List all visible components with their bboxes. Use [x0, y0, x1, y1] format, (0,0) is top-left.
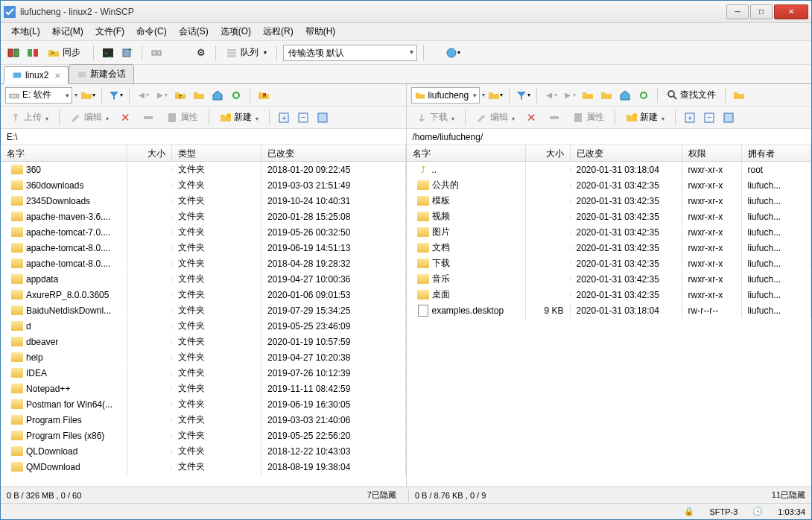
edit-button[interactable]: 编辑 — [472, 110, 519, 125]
minimize-button[interactable]: ─ — [726, 4, 749, 19]
bookmark-icon[interactable] — [731, 87, 747, 104]
list-item[interactable]: IDEA文件夹2019-07-26 10:12:39 — [1, 365, 406, 381]
back-icon[interactable]: ◄▾ — [135, 87, 151, 104]
list-item[interactable]: Program Files文件夹2019-03-03 21:40:06 — [1, 412, 406, 428]
select-all-icon[interactable]: + — [276, 110, 292, 126]
list-item[interactable]: BaiduNetdiskDownl...文件夹2019-07-29 15:34:… — [1, 302, 406, 318]
props-button[interactable]: 属性 — [162, 110, 203, 125]
deselect-all-icon[interactable]: − — [295, 110, 311, 126]
open-folder-icon[interactable]: ▾ — [80, 87, 96, 104]
root-dir-icon[interactable] — [598, 87, 615, 104]
transfer-preset-select[interactable]: 传输选项 默认 — [283, 45, 417, 61]
new-button[interactable]: 新建 — [215, 110, 263, 125]
col-owner[interactable]: 拥有者 — [742, 145, 812, 161]
col-changed[interactable]: 已改变 — [571, 145, 682, 161]
col-changed[interactable]: 已改变 — [261, 145, 406, 161]
menu-help[interactable]: 帮助(H) — [301, 24, 340, 39]
menu-files[interactable]: 文件(F) — [91, 24, 129, 39]
select-all-icon[interactable]: + — [682, 110, 698, 126]
list-item[interactable]: help文件夹2019-04-27 10:20:38 — [1, 349, 406, 365]
menu-commands[interactable]: 命令(C) — [132, 24, 171, 39]
menu-session[interactable]: 会话(S) — [174, 24, 213, 39]
local-drive-select[interactable]: E: 软件 — [5, 87, 72, 104]
list-item[interactable]: 360文件夹2018-01-20 09:22:45 — [1, 162, 406, 177]
home-icon[interactable] — [209, 87, 226, 104]
list-item[interactable]: d文件夹2019-05-25 23:46:09 — [1, 318, 406, 334]
list-item[interactable]: 模板2020-01-31 03:42:35rwxr-xr-xliufuch... — [407, 193, 812, 209]
props-button[interactable]: 属性 — [568, 110, 609, 125]
forward-icon[interactable]: ►▾ — [153, 87, 170, 104]
list-item[interactable]: Postman for Win64(...文件夹2019-06-19 16:30… — [1, 396, 406, 412]
refresh-icon[interactable] — [635, 87, 652, 104]
transfer-settings-icon[interactable] — [148, 45, 165, 61]
list-item[interactable]: QMDownload文件夹2018-08-19 19:38:04 — [1, 459, 406, 475]
rename-icon[interactable] — [544, 110, 565, 125]
menu-options[interactable]: 选项(O) — [216, 24, 256, 39]
list-item[interactable]: 桌面2020-01-31 03:42:35rwxr-xr-xliufuch... — [407, 287, 812, 302]
invert-sel-icon[interactable] — [314, 110, 331, 126]
tab-new-session[interactable]: 新建会话 — [69, 64, 134, 84]
list-item[interactable]: dbeaver文件夹2020-01-19 10:57:59 — [1, 334, 406, 349]
list-item[interactable]: examples.desktop9 KB2020-01-31 03:18:04r… — [407, 302, 812, 318]
parent-dir-icon[interactable] — [172, 87, 188, 104]
col-perm[interactable]: 权限 — [682, 145, 742, 161]
col-type[interactable]: 类型 — [172, 145, 261, 161]
list-item[interactable]: apache-tomcat-8.0....文件夹2019-06-19 14:51… — [1, 240, 406, 256]
list-item[interactable]: 文档2020-01-31 03:42:35rwxr-xr-xliufuch... — [407, 240, 812, 256]
list-item[interactable]: Program Files (x86)文件夹2019-05-25 22:56:2… — [1, 428, 406, 443]
add-session-icon[interactable]: + — [119, 45, 136, 61]
compare-dirs-icon[interactable] — [25, 45, 41, 61]
list-item[interactable]: 视频2020-01-31 03:42:35rwxr-xr-xliufuch... — [407, 209, 812, 224]
bookmark-icon[interactable] — [256, 87, 272, 104]
list-item[interactable]: 360downloads文件夹2019-03-03 21:51:49 — [1, 177, 406, 193]
close-button[interactable]: ✕ — [774, 4, 808, 19]
list-item[interactable]: QLDownload文件夹2018-12-22 10:43:03 — [1, 443, 406, 459]
parent-dir-icon[interactable] — [580, 87, 596, 104]
queue-icon[interactable]: 队列▾ — [222, 45, 270, 61]
list-item[interactable]: AxureRP_8.0.0.3605文件夹2020-01-06 09:01:53 — [1, 287, 406, 302]
menu-remote[interactable]: 远程(R) — [258, 24, 298, 39]
list-item[interactable]: apache-tomcat-8.0....文件夹2018-04-28 19:28… — [1, 256, 406, 271]
filter-icon[interactable]: ▾ — [515, 87, 531, 104]
local-file-list[interactable]: 360文件夹2018-01-20 09:22:45360downloads文件夹… — [1, 162, 406, 486]
maximize-button[interactable]: □ — [750, 4, 773, 19]
tab-session-active[interactable]: linux2 ✕ — [4, 66, 69, 84]
list-item[interactable]: 音乐2020-01-31 03:42:35rwxr-xr-xliufuch... — [407, 271, 812, 287]
delete-button[interactable]: ✕ — [116, 110, 135, 126]
upload-button[interactable]: 上传 — [5, 110, 53, 125]
list-item[interactable]: 公共的2020-01-31 03:42:35rwxr-xr-xliufuch..… — [407, 177, 812, 193]
sync-icon[interactable]: 同步 — [44, 45, 87, 61]
remote-drive-select[interactable]: liufucheng — [411, 87, 480, 104]
back-icon[interactable]: ◄▾ — [542, 87, 559, 104]
list-item[interactable]: apache-tomcat-7.0....文件夹2019-05-26 00:32… — [1, 224, 406, 240]
remote-file-list[interactable]: ⤴..2020-01-31 03:18:04rwxr-xr-xroot公共的20… — [407, 162, 812, 486]
new-button[interactable]: 新建 — [621, 110, 669, 125]
deselect-all-icon[interactable]: − — [701, 110, 717, 126]
gear-icon[interactable]: ⚙ — [193, 45, 209, 61]
root-dir-icon[interactable] — [191, 87, 207, 104]
delete-button[interactable]: ✕ — [522, 110, 541, 126]
find-button[interactable]: 查找文件 — [663, 87, 720, 104]
list-item[interactable]: apache-maven-3.6....文件夹2020-01-28 15:25:… — [1, 209, 406, 224]
list-item[interactable]: 下载2020-01-31 03:42:35rwxr-xr-xliufuch... — [407, 256, 812, 271]
refresh-icon[interactable] — [228, 87, 244, 104]
col-name[interactable]: 名字 — [407, 145, 526, 161]
menu-mark[interactable]: 标记(M) — [48, 24, 88, 39]
menu-local[interactable]: 本地(L) — [7, 24, 45, 39]
col-size[interactable]: 大小 — [526, 145, 571, 161]
edit-button[interactable]: 编辑 — [66, 110, 113, 125]
tab-close-icon[interactable]: ✕ — [54, 72, 60, 80]
list-item[interactable]: Notepad++文件夹2019-11-11 08:42:59 — [1, 381, 406, 396]
list-item[interactable]: 图片2020-01-31 03:42:35rwxr-xr-xliufuch... — [407, 224, 812, 240]
home-icon[interactable] — [617, 87, 633, 104]
filter-icon[interactable]: ▾ — [107, 87, 124, 104]
download-button[interactable]: 下载 — [411, 110, 459, 125]
list-item[interactable]: ⤴..2020-01-31 03:18:04rwxr-xr-xroot — [407, 162, 812, 177]
terminal-icon[interactable]: >_ — [100, 45, 116, 61]
invert-sel-icon[interactable] — [720, 110, 737, 126]
disconnect-icon[interactable]: ▾ — [445, 45, 461, 61]
col-size[interactable]: 大小 — [127, 145, 172, 161]
rename-icon[interactable] — [138, 110, 159, 125]
list-item[interactable]: 2345Downloads文件夹2019-10-24 10:40:31 — [1, 193, 406, 209]
open-folder-icon[interactable]: ▾ — [487, 87, 504, 104]
